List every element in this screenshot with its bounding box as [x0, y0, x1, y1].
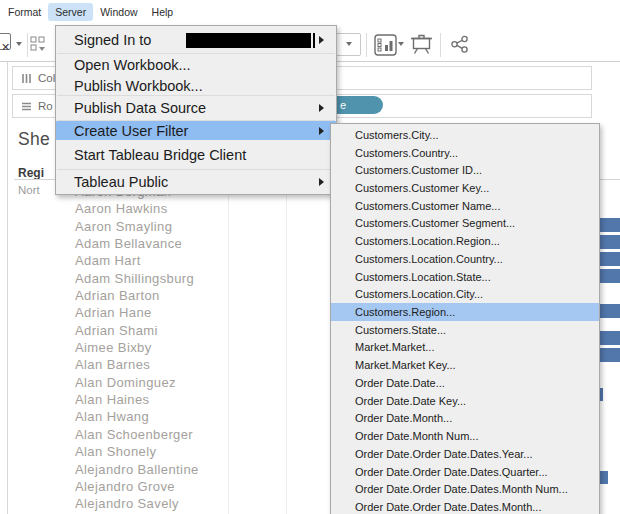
- fit-caret-down-icon[interactable]: [346, 42, 352, 46]
- menu-item-label: Create User Filter: [74, 123, 188, 139]
- submenu-item-market-market-key[interactable]: Market.Market Key...: [331, 356, 599, 374]
- menu-item-open-workbook[interactable]: Open Workbook...: [56, 54, 336, 76]
- bar-mark[interactable]: [600, 348, 620, 362]
- menu-item-label: Publish Data Source: [74, 100, 206, 116]
- submenu-arrow-icon: [319, 36, 324, 44]
- menu-item-label: Publish Workbook...: [74, 78, 203, 94]
- submenu-item-customers-region[interactable]: Customers.Region...: [331, 303, 599, 321]
- rows-icon: [21, 101, 32, 112]
- rows-shelf-label: Ro: [38, 100, 53, 112]
- submenu-item-order-date-month-num[interactable]: Order Date.Month Num...: [331, 427, 599, 445]
- customer-name-label[interactable]: Adrian Shami: [75, 322, 199, 339]
- columns-icon: [21, 73, 32, 84]
- menu-item-label: Start Tableau Bridge Client: [74, 147, 246, 163]
- menu-item-publish-workbook[interactable]: Publish Workbook...: [56, 76, 336, 95]
- customer-name-label[interactable]: Alan Barnes: [75, 356, 199, 373]
- submenu-item-customers-location-country[interactable]: Customers.Location.Country...: [331, 250, 599, 268]
- menu-item-tableau-public[interactable]: Tableau Public: [56, 170, 336, 194]
- menu-item-signed-in-to[interactable]: Signed In to: [56, 26, 336, 53]
- customer-name-label[interactable]: Alan Dominguez: [75, 374, 199, 391]
- submenu-item-order-date-order-date-dates-month-num[interactable]: Order Date.Order Date.Dates.Month Num...: [331, 480, 599, 498]
- show-me-caret-down-icon[interactable]: [398, 42, 404, 46]
- submenu-item-customers-city[interactable]: Customers.City...: [331, 126, 599, 144]
- bar-mark[interactable]: [600, 331, 620, 345]
- caret-down-icon[interactable]: [16, 42, 22, 46]
- clear-sheet-x-icon[interactable]: ✕: [1, 41, 10, 54]
- submenu-arrow-icon: [319, 178, 324, 186]
- share-icon[interactable]: [450, 35, 470, 54]
- toolbar-separator: [440, 33, 441, 57]
- menubar-item-window[interactable]: Window: [93, 3, 144, 21]
- customer-name-label[interactable]: Aimee Bixby: [75, 339, 199, 356]
- create-user-filter-submenu: Customers.City...Customers.Country...Cus…: [330, 123, 600, 514]
- submenu-item-order-date-order-date-dates-quarter[interactable]: Order Date.Order Date.Dates.Quarter...: [331, 463, 599, 481]
- region-column-header[interactable]: Regi: [18, 166, 44, 180]
- toolbar-separator: [366, 33, 367, 57]
- bar-mark[interactable]: [600, 388, 603, 401]
- customer-name-label[interactable]: Aaron Hawkins: [75, 200, 199, 217]
- bar-mark[interactable]: [600, 471, 608, 484]
- column-gridline: [228, 182, 229, 514]
- columns-shelf-label: Col: [38, 72, 55, 84]
- customer-name-label[interactable]: Alan Haines: [75, 391, 199, 408]
- submenu-item-customers-location-state[interactable]: Customers.Location.State...: [331, 268, 599, 286]
- customer-name-column: Aaron BergmanAaron HawkinsAaron Smayling…: [75, 183, 199, 513]
- submenu-item-order-date-month[interactable]: Order Date.Month...: [331, 410, 599, 428]
- menu-item-start-tableau-bridge-client[interactable]: Start Tableau Bridge Client: [56, 140, 336, 169]
- customer-name-label[interactable]: Alejandro Ballentine: [75, 461, 199, 478]
- submenu-item-customers-customer-segment[interactable]: Customers.Customer Segment...: [331, 215, 599, 233]
- customer-name-label[interactable]: Adam Hart: [75, 252, 199, 269]
- bar-mark[interactable]: [600, 304, 620, 318]
- bar-mark[interactable]: [600, 269, 620, 283]
- customer-name-label[interactable]: Alejandro Savely: [75, 495, 199, 512]
- customer-name-label[interactable]: Adrian Barton: [75, 287, 199, 304]
- customer-name-label[interactable]: Adam Bellavance: [75, 235, 199, 252]
- customer-name-label[interactable]: Aaron Smayling: [75, 218, 199, 235]
- customer-name-label[interactable]: Alan Hwang: [75, 408, 199, 425]
- redacted-account-name: [186, 33, 311, 48]
- submenu-item-order-date-order-date-dates-month[interactable]: Order Date.Order Date.Dates.Month...: [331, 498, 599, 514]
- submenu-item-customers-customer-key[interactable]: Customers.Customer Key...: [331, 179, 599, 197]
- column-gridline: [286, 182, 287, 514]
- menu-item-label: Open Workbook...: [74, 57, 191, 73]
- bar-mark[interactable]: [600, 252, 620, 266]
- customer-name-label[interactable]: Alan Shonely: [75, 443, 199, 460]
- group-members-icon[interactable]: [30, 35, 46, 53]
- bar-mark[interactable]: [600, 235, 620, 249]
- data-pane-edge: [7, 62, 8, 514]
- presentation-mode-icon[interactable]: [410, 34, 433, 56]
- customer-name-label[interactable]: Alan Schoenberger: [75, 426, 199, 443]
- submenu-item-order-date-date[interactable]: Order Date.Date...: [331, 374, 599, 392]
- menubar-item-format[interactable]: Format: [1, 3, 48, 21]
- menubar-item-help[interactable]: Help: [145, 3, 181, 21]
- menu-item-create-user-filter[interactable]: Create User Filter: [56, 121, 336, 140]
- customer-name-label[interactable]: Alejandro Grove: [75, 478, 199, 495]
- bar-mark[interactable]: [600, 218, 620, 232]
- tableau-window: FormatServerWindowHelp ✕: [0, 0, 620, 514]
- redacted-account-name: [313, 33, 315, 48]
- menubar-item-server[interactable]: Server: [48, 3, 93, 21]
- submenu-item-customers-customer-id[interactable]: Customers.Customer ID...: [331, 161, 599, 179]
- submenu-arrow-icon: [319, 104, 324, 112]
- menu-bar: FormatServerWindowHelp: [0, 0, 620, 24]
- submenu-item-market-market[interactable]: Market.Market...: [331, 339, 599, 357]
- menu-item-label: Tableau Public: [74, 174, 168, 190]
- menu-item-label: Signed In to: [74, 32, 151, 48]
- submenu-item-customers-country[interactable]: Customers.Country...: [331, 144, 599, 162]
- sheet-title: She: [18, 129, 50, 150]
- menu-item-publish-data-source[interactable]: Publish Data Source: [56, 96, 336, 120]
- show-me-icon[interactable]: [374, 34, 397, 56]
- submenu-item-order-date-date-key[interactable]: Order Date.Date Key...: [331, 392, 599, 410]
- customer-name-label[interactable]: Adrian Hane: [75, 304, 199, 321]
- submenu-item-order-date-order-date-dates-year[interactable]: Order Date.Order Date.Dates.Year...: [331, 445, 599, 463]
- submenu-item-customers-state[interactable]: Customers.State...: [331, 321, 599, 339]
- submenu-item-customers-customer-name[interactable]: Customers.Customer Name...: [331, 197, 599, 215]
- toolbar-separator: [27, 33, 28, 57]
- submenu-item-customers-location-city[interactable]: Customers.Location.City...: [331, 285, 599, 303]
- customer-name-label[interactable]: Adam Shillingsburg: [75, 270, 199, 287]
- server-menu: Signed In toOpen Workbook...Publish Work…: [55, 25, 337, 195]
- submenu-item-customers-location-region[interactable]: Customers.Location.Region...: [331, 232, 599, 250]
- region-row-label[interactable]: Nort: [18, 184, 40, 196]
- submenu-arrow-icon: [319, 127, 324, 135]
